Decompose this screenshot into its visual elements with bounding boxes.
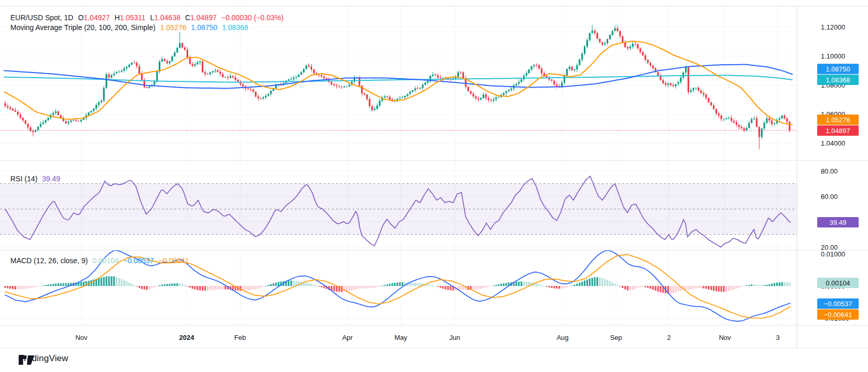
ma200-value: 1.08368 [222,23,248,32]
macd-line-badge: −0.00537 [817,298,859,309]
symbol-title: EUR/USD Spot, 1D [10,13,73,22]
ma-indicator-header[interactable]: Moving Average Triple (20, 100, 200, Sim… [10,23,248,32]
macd-indicator-header[interactable]: MACD (12, 26, close, 9) 0.00104 −0.00537… [10,256,189,265]
macd-signal-badge: −0.00641 [817,309,859,320]
chart-canvas[interactable]: 1.120001.100001.080001.060001.0400080.00… [0,0,868,349]
svg-text:0.01000: 0.01000 [821,250,845,258]
svg-text:80.00: 80.00 [821,167,838,175]
ohlc-close: C1.04897 [185,13,217,22]
svg-text:Sep: Sep [610,334,622,341]
ma100-value: 1.08750 [191,23,218,32]
ohlc-open: O1.04927 [78,13,110,22]
ma20-price-badge: 1.05276 [817,115,859,125]
ma20-value: 1.05276 [160,23,187,32]
svg-text:Feb: Feb [234,334,246,341]
rsi-indicator-title: RSI (14) [10,175,37,183]
svg-text:1.10000: 1.10000 [821,52,845,60]
change-value: −0.00030 (−0.03%) [221,13,284,22]
tradingview-chart: 1.120001.100001.080001.060001.0400080.00… [0,0,868,372]
last-price-badge: 1.04897 [817,125,859,136]
ohlc-low: L1.04638 [150,13,180,22]
tradingview-logo[interactable]: TradingView [19,353,68,364]
ma-indicator-title: Moving Average Triple (20, 100, 200, Sim… [10,23,156,32]
svg-text:3: 3 [776,334,779,341]
svg-text:Jun: Jun [450,334,460,341]
ohlc-high: H1.05311 [115,13,146,22]
ma100-price-badge: 1.08750 [817,64,859,74]
svg-text:May: May [395,334,408,341]
rsi-value: 39.49 [42,175,60,183]
tradingview-logo-icon [19,353,35,367]
svg-text:1.12000: 1.12000 [821,23,845,31]
rsi-value-badge: 39.49 [817,217,859,227]
macd-hist-value: 0.00104 [92,256,119,265]
macd-signal-value: −0.00641 [159,256,189,265]
macd-line-value: −0.00537 [123,256,154,265]
symbol-header[interactable]: EUR/USD Spot, 1D O1.04927 H1.05311 L1.04… [10,13,284,22]
svg-text:Nov: Nov [75,334,88,341]
svg-text:Nov: Nov [719,334,731,341]
macd-indicator-title: MACD (12, 26, close, 9) [10,256,88,265]
svg-text:2024: 2024 [179,334,195,341]
svg-text:Aug: Aug [556,334,568,341]
svg-text:2: 2 [667,334,670,341]
svg-text:Apr: Apr [342,334,353,341]
macd-hist-badge: 0.00104 [817,278,859,288]
svg-text:1.04000: 1.04000 [821,139,845,147]
rsi-indicator-header[interactable]: RSI (14) 39.49 [10,175,60,183]
svg-text:60.00: 60.00 [821,193,838,201]
ma200-price-badge: 1.08368 [817,75,859,85]
